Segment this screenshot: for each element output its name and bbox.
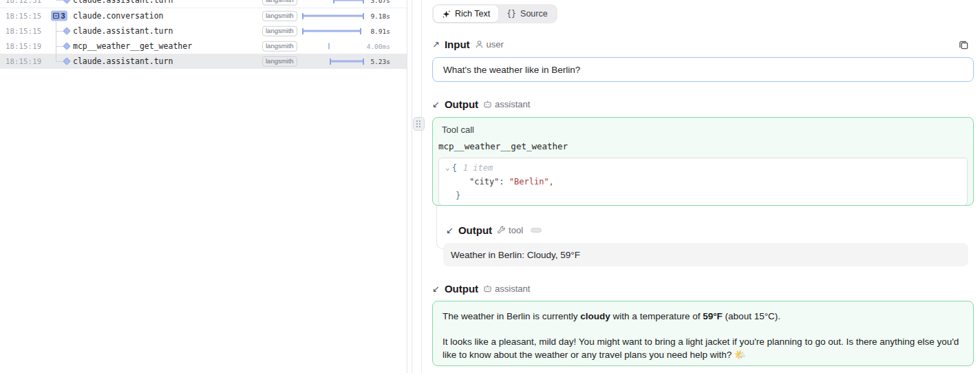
panel-resize-handle[interactable] <box>413 117 425 131</box>
json-close-line: } <box>445 189 961 202</box>
json-kv-line: "city": "Berlin", <box>445 175 961 189</box>
trace-timestamp: 18:15:15 <box>6 27 41 35</box>
langsmith-badge: langsmith <box>262 41 297 52</box>
span-diamond-icon <box>63 42 70 50</box>
tab-rich-text[interactable]: Rich Text <box>434 6 498 22</box>
tool-call-title: Tool call <box>442 125 968 135</box>
trace-span-name: mcp__weather__get_weather <box>73 41 192 51</box>
trace-row-claude-conversation[interactable]: 18:15:15 3 claude.conversation langsmith… <box>0 8 407 23</box>
input-value: What's the weather like in Berlin? <box>443 65 580 75</box>
input-section-title: Input <box>445 39 470 50</box>
input-value-box: What's the weather like in Berlin? <box>432 57 974 82</box>
trace-row-claude-assistant-turn-1[interactable]: 18:15:15 claude.assistant.turn langsmith… <box>0 23 407 39</box>
span-diamond-icon <box>63 27 70 34</box>
role-label: assistant <box>495 99 530 109</box>
nesting-guide-line <box>436 206 443 249</box>
tool-call-box: Tool call mcp__weather__get_weather ⌄{1 … <box>432 117 974 206</box>
collapse-count-badge[interactable]: 3 <box>51 11 67 21</box>
panel-divider-line <box>412 0 412 373</box>
child-count: 3 <box>61 12 65 20</box>
tool-output-value: Weather in Berlin: Cloudy, 59°F <box>451 250 580 260</box>
sparkle-icon <box>442 10 451 19</box>
output-tool-header: ↙ Output tool <box>446 224 542 236</box>
json-root-line: ⌄{1 item <box>445 161 961 175</box>
json-open-brace: { <box>452 161 457 175</box>
drag-handle-icon <box>416 120 421 128</box>
role-user: user <box>475 39 504 50</box>
person-icon <box>475 40 484 49</box>
trace-span-name: claude.conversation <box>73 11 164 21</box>
tool-output-box: Weather in Berlin: Cloudy, 59°F <box>443 243 968 266</box>
arrow-down-left-icon: ↙ <box>446 226 454 235</box>
role-assistant: assistant <box>483 284 530 294</box>
square-minus-icon <box>53 13 59 19</box>
assistant-message-paragraph-1: The weather in Berlin is currently cloud… <box>443 310 963 323</box>
tree-trunk-line <box>56 54 56 61</box>
langsmith-badge: langsmith <box>262 56 297 67</box>
curly-braces-icon: {} <box>507 9 516 19</box>
collapsed-content-pill[interactable] <box>531 228 542 233</box>
assistant-message-paragraph-2: It looks like a pleasant, mild day! You … <box>443 335 963 361</box>
role-tool: tool <box>497 225 523 235</box>
role-assistant: assistant <box>483 99 530 109</box>
tool-call-name: mcp__weather__get_weather <box>438 141 968 151</box>
bot-icon <box>483 100 492 109</box>
trace-timestamp: 18:15:19 <box>6 57 41 65</box>
langsmith-badge: langsmith <box>262 0 297 5</box>
panel-divider-line <box>421 0 422 373</box>
copy-button[interactable] <box>957 38 970 52</box>
trace-duration: 3.67s <box>341 0 390 4</box>
trace-tree-panel: 18:12:31 claude.assistant.turn langsmith… <box>0 0 407 373</box>
role-label: user <box>487 39 504 50</box>
json-close-brace: } <box>456 189 460 202</box>
tab-rich-text-label: Rich Text <box>455 9 490 19</box>
role-label: tool <box>509 225 523 235</box>
output-section-title: Output <box>445 98 478 110</box>
trace-duration: 5.23s <box>341 58 390 65</box>
trace-span-name: claude.assistant.turn <box>73 0 173 5</box>
tab-source-label: Source <box>520 9 548 19</box>
wrench-icon <box>497 226 506 235</box>
chevron-down-icon[interactable]: ⌄ <box>445 161 450 175</box>
trace-row-mcp-weather-get-weather[interactable]: 18:15:19 mcp__weather__get_weather langs… <box>0 39 407 54</box>
json-items-hint: 1 item <box>463 161 493 175</box>
role-label: assistant <box>495 284 530 294</box>
langsmith-badge: langsmith <box>262 26 297 36</box>
input-section-header: ↗ Input user <box>432 38 504 50</box>
langsmith-trace-view: 18:12:31 claude.assistant.turn langsmith… <box>0 0 980 373</box>
trace-row-claude-assistant-turn-2-selected[interactable]: 18:15:19 claude.assistant.turn langsmith… <box>0 54 407 69</box>
json-key: "city": <box>469 175 504 189</box>
bot-icon <box>483 284 492 293</box>
copy-icon <box>959 40 969 50</box>
arrow-down-left-icon: ↙ <box>432 100 440 109</box>
span-diamond-icon <box>63 0 70 4</box>
view-mode-tabs: Rich Text {} Source <box>432 4 557 23</box>
trace-timestamp: 18:15:19 <box>6 42 41 50</box>
json-string-value: "Berlin", <box>509 175 554 189</box>
trace-timestamp: 18:15:15 <box>6 12 41 20</box>
trace-span-name: claude.assistant.turn <box>73 26 173 36</box>
duration-bar <box>328 43 330 50</box>
arrow-down-left-icon: ↙ <box>432 284 440 293</box>
trace-duration: 8.91s <box>341 28 390 35</box>
langsmith-badge: langsmith <box>262 11 297 21</box>
trace-duration: 9.18s <box>341 12 390 20</box>
tab-source[interactable]: {} Source <box>498 6 555 22</box>
arrow-up-right-icon: ↗ <box>432 40 440 49</box>
output-assistant-header: ↙ Output assistant <box>432 98 530 110</box>
output-section-title: Output <box>445 283 478 295</box>
trace-duration: 4.00ms <box>341 43 390 50</box>
span-diamond-icon <box>63 57 70 65</box>
output-section-title: Output <box>458 224 492 236</box>
trace-span-name: claude.assistant.turn <box>73 56 173 66</box>
trace-row-claude-assistant-turn-0[interactable]: 18:12:31 claude.assistant.turn langsmith… <box>0 0 407 8</box>
output-final-header: ↙ Output assistant <box>432 282 530 295</box>
trace-timestamp: 18:12:31 <box>6 0 41 4</box>
tool-call-args-json: ⌄{1 item "city": "Berlin", } <box>438 158 968 206</box>
final-assistant-message-box: The weather in Berlin is currently cloud… <box>432 301 974 366</box>
